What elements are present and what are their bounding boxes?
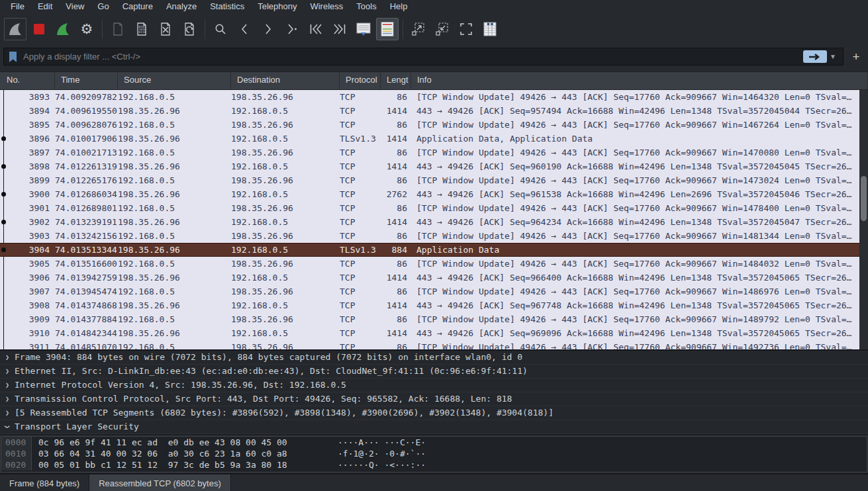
zoom-reset-button[interactable] <box>455 18 477 40</box>
save-file-button[interactable]: 010110100110 <box>130 18 153 40</box>
go-back-button[interactable] <box>233 18 256 40</box>
packet-row-3904[interactable]: 390474.013513344198.35.26.96192.168.0.5T… <box>0 243 868 257</box>
zoom-out-button[interactable] <box>431 18 454 40</box>
packet-list: 389374.009209782192.168.0.5198.35.26.96T… <box>0 90 868 349</box>
chevron-right-icon[interactable]: ❯ <box>0 379 15 392</box>
menu-wireless[interactable]: Wireless <box>303 1 350 12</box>
cell-len: 86 <box>381 257 411 271</box>
bookmark-icon[interactable] <box>9 51 17 63</box>
chevron-right-icon[interactable]: ❯ <box>0 406 15 420</box>
cell-proto: TLSv1.3 <box>340 132 381 146</box>
packet-table-header: No.TimeSourceDestinationProtocolLengtInf… <box>0 71 868 90</box>
cell-src: 198.35.26.96 <box>118 187 231 201</box>
reload-file-icon <box>183 22 196 36</box>
menu-edit[interactable]: Edit <box>31 1 59 12</box>
detail-row-0[interactable]: ❯Frame 3904: 884 bytes on wire (7072 bit… <box>0 351 868 365</box>
bytes-tab-reassembled-tcp[interactable]: Reassembled TCP (6802 bytes) <box>89 474 231 491</box>
packet-row-3896[interactable]: 389674.010017906198.35.26.96192.168.0.5T… <box>0 132 868 146</box>
column-header-time[interactable]: Time <box>55 72 118 89</box>
packet-row-3898[interactable]: 389874.012261319198.35.26.96192.168.0.5T… <box>0 159 868 173</box>
packet-row-3907[interactable]: 390774.013945474192.168.0.5198.35.26.96T… <box>0 285 868 298</box>
packet-row-3910[interactable]: 391074.014842344198.35.26.96192.168.0.5T… <box>0 326 868 340</box>
packet-row-3895[interactable]: 389574.009628076192.168.0.5198.35.26.96T… <box>0 118 868 132</box>
resize-columns-button[interactable] <box>479 18 501 40</box>
cell-info: [TCP Window Update] 49426 → 443 [ACK] Se… <box>411 257 868 271</box>
menu-capture[interactable]: Capture <box>116 1 160 12</box>
hex-offset: 0020 <box>1 459 32 470</box>
menu-statistics[interactable]: Statistics <box>203 1 251 12</box>
packet-row-3899[interactable]: 389974.012265176192.168.0.5198.35.26.96T… <box>0 173 868 187</box>
add-filter-button[interactable]: + <box>847 48 865 66</box>
packet-list-scrollbar[interactable] <box>859 90 868 349</box>
detail-row-4[interactable]: ❯[5 Reassembled TCP Segments (6802 bytes… <box>0 406 868 420</box>
bytes-tab-frame[interactable]: Frame (884 bytes) <box>0 474 89 491</box>
close-file-button[interactable] <box>154 18 177 40</box>
packet-row-3901[interactable]: 390174.012689801192.168.0.5198.35.26.96T… <box>0 201 868 215</box>
chevron-right-icon[interactable]: ❯ <box>0 392 15 406</box>
detail-row-1[interactable]: ❯Ethernet II, Src: D-LinkIn_db:ee:43 (ec… <box>0 365 868 379</box>
colorize-packets-button[interactable] <box>376 18 399 40</box>
menu-tools[interactable]: Tools <box>350 1 383 12</box>
hex-row-0020[interactable]: 002000 05 01 bb c1 12 51 12 97 3c de b5 … <box>1 459 867 470</box>
column-header-no[interactable]: No. <box>0 72 55 89</box>
find-packet-button[interactable] <box>209 18 232 40</box>
start-capture-button[interactable] <box>4 18 26 40</box>
packet-row-3908[interactable]: 390874.014374868198.35.26.96192.168.0.5T… <box>0 298 868 312</box>
detail-row-2[interactable]: ❯Internet Protocol Version 4, Src: 198.3… <box>0 379 868 392</box>
packet-row-3903[interactable]: 390374.013242156192.168.0.5198.35.26.96T… <box>0 229 868 243</box>
stop-capture-button[interactable] <box>28 18 50 40</box>
open-file-button[interactable] <box>107 18 129 40</box>
cell-time: 74.009619550 <box>55 104 118 118</box>
go-first-packet-button[interactable] <box>305 18 327 40</box>
packet-row-3902[interactable]: 390274.013239191198.35.26.96192.168.0.5T… <box>0 215 868 229</box>
row-gutter <box>0 340 7 349</box>
apply-filter-button[interactable] <box>803 50 827 63</box>
display-filter-input[interactable]: Apply a display filter ... <Ctrl-/> ▼ <box>3 48 844 66</box>
row-gutter <box>0 118 7 132</box>
go-last-packet-button[interactable] <box>328 18 351 40</box>
auto-scroll-button[interactable] <box>352 18 375 40</box>
cell-dst: 192.168.0.5 <box>231 243 340 257</box>
cell-proto: TCP <box>340 285 381 298</box>
cell-len: 86 <box>381 312 411 326</box>
go-forward-button[interactable] <box>257 18 279 40</box>
packet-row-3900[interactable]: 390074.012686034198.35.26.96192.168.0.5T… <box>0 187 868 201</box>
cell-no: 3902 <box>7 215 55 229</box>
hex-row-0010[interactable]: 001003 66 04 31 40 00 32 06 a0 30 c6 23 … <box>1 448 867 459</box>
packet-row-3897[interactable]: 389774.010021713192.168.0.5198.35.26.96T… <box>0 146 868 159</box>
menu-view[interactable]: View <box>59 1 91 12</box>
column-header-lengt[interactable]: Lengt <box>381 72 411 89</box>
scrollbar-thumb[interactable] <box>861 176 867 221</box>
chevron-right-icon[interactable]: ❯ <box>0 351 15 364</box>
detail-row-5[interactable]: ❯Transport Layer Security <box>0 420 868 434</box>
detail-row-3[interactable]: ❯Transmission Control Protocol, Src Port… <box>0 392 868 406</box>
capture-options-button[interactable]: ⚙ <box>75 18 98 40</box>
cell-info: [TCP Window Update] 49426 → 443 [ACK] Se… <box>411 340 868 349</box>
column-header-protocol[interactable]: Protocol <box>340 72 381 89</box>
packet-row-3893[interactable]: 389374.009209782192.168.0.5198.35.26.96T… <box>0 90 868 104</box>
hex-row-0000[interactable]: 00000c 96 e6 9f 41 11 ec ad e0 db ee 43 … <box>1 437 867 448</box>
column-header-info[interactable]: Info <box>411 72 868 89</box>
chevron-down-icon[interactable]: ❯ <box>1 420 14 434</box>
cell-src: 192.168.0.5 <box>118 285 231 298</box>
menu-telephony[interactable]: Telephony <box>251 1 303 12</box>
reload-file-button[interactable] <box>178 18 201 40</box>
filter-dropdown-caret-icon[interactable]: ▼ <box>828 53 840 60</box>
menu-analyze[interactable]: Analyze <box>160 1 203 12</box>
go-to-packet-button[interactable] <box>281 18 303 40</box>
restart-capture-button[interactable] <box>52 18 74 40</box>
related-packet-dot <box>0 159 7 173</box>
packet-row-3894[interactable]: 389474.009619550198.35.26.96192.168.0.5T… <box>0 104 868 118</box>
column-header-source[interactable]: Source <box>118 72 231 89</box>
packet-row-3906[interactable]: 390674.013942759198.35.26.96192.168.0.5T… <box>0 271 868 285</box>
packet-row-3909[interactable]: 390974.014377884192.168.0.5198.35.26.96T… <box>0 312 868 326</box>
packet-row-3905[interactable]: 390574.013516600192.168.0.5198.35.26.96T… <box>0 257 868 271</box>
menu-help[interactable]: Help <box>383 1 414 12</box>
chevron-right-icon[interactable]: ❯ <box>0 365 15 378</box>
menu-go[interactable]: Go <box>91 1 115 12</box>
cell-info: 443 → 49426 [ACK] Seq=961538 Ack=16688 W… <box>411 187 868 201</box>
packet-row-3911[interactable]: 391174.014851070192.168.0.5198.35.26.96T… <box>0 340 868 349</box>
menu-file[interactable]: File <box>4 1 31 12</box>
column-header-destination[interactable]: Destination <box>231 72 340 89</box>
zoom-in-button[interactable] <box>407 18 430 40</box>
